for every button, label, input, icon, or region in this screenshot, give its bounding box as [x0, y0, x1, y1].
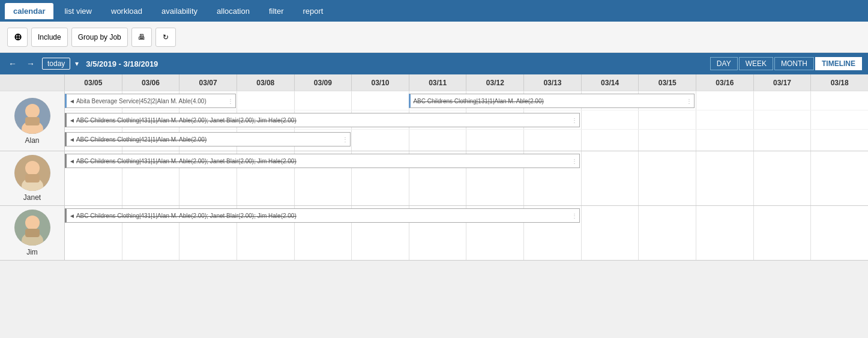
top-nav: calendarlist viewworkloadavailabilityall…: [0, 0, 868, 22]
app-container: calendarlist viewworkloadavailabilityall…: [0, 0, 868, 261]
include-button[interactable]: Include: [31, 28, 68, 47]
jim-event-row-0: ◄ ABC Childrens Clothing|431|1|Alan M. A…: [65, 206, 868, 225]
svg-rect-11: [25, 229, 40, 237]
janet-event-row-0: ◄ ABC Childrens Clothing|431|1|Alan M. A…: [65, 151, 868, 171]
drag-handle-2: ⋮: [571, 117, 577, 124]
nav-tab-report[interactable]: report: [295, 3, 332, 19]
prev-arrow[interactable]: ←: [6, 58, 19, 70]
events-janet: ◄ ABC Childrens Clothing|431|1|Alan M. A…: [65, 151, 868, 205]
alan-event-row-1: ◄ ABC Childrens Clothing|431|1|Alan M. A…: [65, 110, 868, 130]
next-arrow[interactable]: →: [24, 58, 37, 70]
add-button[interactable]: ⊕: [7, 28, 28, 47]
spacer: [0, 74, 65, 91]
nav-tab-allocation[interactable]: allocation: [208, 3, 258, 19]
person-name-jim: Jim: [26, 248, 38, 256]
date-cell-9: 03/14: [582, 74, 639, 91]
date-cell-10: 03/15: [639, 74, 696, 91]
add-icon: ⊕: [14, 31, 22, 43]
group-by-job-button[interactable]: Group by Job: [71, 28, 128, 47]
svg-point-5: [25, 161, 40, 175]
avatar-janet: [14, 155, 50, 191]
dropdown-icon[interactable]: ▾: [75, 59, 79, 68]
nav-tab-availability[interactable]: availability: [153, 3, 206, 19]
date-cell-8: 03/13: [524, 74, 582, 91]
date-range: 3/5/2019 - 3/18/2019: [86, 59, 158, 68]
date-cell-11: 03/16: [696, 74, 754, 91]
refresh-button[interactable]: ↻: [155, 28, 176, 47]
nav-tab-calendar[interactable]: calendar: [5, 3, 53, 19]
alan-event-row-0: ◄ Abita Beverage Service|452|2|Alan M. A…: [65, 91, 868, 110]
person-row-alan: Alan ◄ A: [0, 91, 868, 151]
date-cell-0: 03/05: [65, 74, 122, 91]
alan-event-2-text: ABC Childrens Clothing|431|1|Alan M. Abl…: [76, 117, 297, 124]
drag-handle-3: ⋮: [342, 136, 348, 143]
person-row-jim: Jim ◄ ABC Childrens Clothing|431|1|Alan …: [0, 206, 868, 261]
events-jim: ◄ ABC Childrens Clothing|431|1|Alan M. A…: [65, 206, 868, 260]
toolbar: ⊕ Include Group by Job 🖶 ↻: [0, 22, 868, 53]
view-day-button[interactable]: DAY: [710, 57, 738, 70]
date-cell-13: 03/18: [811, 74, 868, 91]
events-alan: ◄ Abita Beverage Service|452|2|Alan M. A…: [65, 91, 868, 151]
date-cell-12: 03/17: [754, 74, 812, 91]
alan-event-3-text: ABC Childrens Clothing|421|1|Alan M. Abl…: [76, 136, 206, 143]
person-name-janet: Janet: [23, 193, 41, 202]
include-label: Include: [38, 33, 61, 41]
drag-handle: ⋮: [228, 98, 234, 104]
svg-rect-7: [25, 174, 40, 183]
left-arrow-icon-jim: ◄: [69, 213, 75, 219]
jim-event-0[interactable]: ◄ ABC Childrens Clothing|431|1|Alan M. A…: [65, 208, 580, 223]
person-name-alan: Alan: [25, 136, 39, 145]
person-col-janet: Janet: [0, 151, 65, 205]
date-cell-3: 03/08: [237, 74, 295, 91]
drag-handle-jim: ⋮: [571, 213, 577, 219]
date-cell-1: 03/06: [122, 74, 180, 91]
person-row-janet: Janet ◄ ABC Childrens Clothing|431|1|Ala…: [0, 151, 868, 206]
left-arrow-icon-janet: ◄: [69, 158, 75, 164]
janet-event-0[interactable]: ◄ ABC Childrens Clothing|431|1|Alan M. A…: [65, 154, 580, 168]
calendar-section: ← → today ▾ 3/5/2019 - 3/18/2019 DAY WEE…: [0, 53, 868, 261]
view-week-button[interactable]: WEEK: [739, 57, 773, 70]
nav-tab-filter[interactable]: filter: [261, 3, 292, 19]
nav-tab-workload[interactable]: workload: [103, 3, 151, 19]
left-arrow-icon-3: ◄: [69, 136, 75, 143]
avatar-alan: [14, 98, 50, 134]
drag-handle-janet: ⋮: [571, 158, 577, 164]
print-button[interactable]: 🖶: [131, 28, 152, 47]
view-buttons: DAY WEEK MONTH TIMELINE: [710, 57, 862, 70]
calendar-header-bar: ← → today ▾ 3/5/2019 - 3/18/2019 DAY WEE…: [0, 53, 868, 74]
print-icon: 🖶: [138, 33, 145, 41]
alan-event-0-text: Abita Beverage Service|452|2|Alan M. Abl…: [76, 98, 206, 104]
svg-rect-3: [25, 117, 40, 125]
avatar-jim: [14, 210, 50, 246]
left-arrow-icon: ◄: [69, 98, 75, 104]
svg-point-1: [25, 104, 40, 118]
alan-event-0[interactable]: ◄ Abita Beverage Service|452|2|Alan M. A…: [65, 94, 236, 108]
view-timeline-button[interactable]: TIMELINE: [815, 57, 862, 70]
date-cell-5: 03/10: [352, 74, 409, 91]
jim-event-0-text: ABC Childrens Clothing|431|1|Alan M. Abl…: [76, 213, 297, 219]
date-cell-4: 03/09: [295, 74, 352, 91]
date-cell-2: 03/07: [179, 74, 237, 91]
today-button[interactable]: today: [42, 58, 70, 70]
nav-tab-list-view[interactable]: list view: [56, 3, 100, 19]
date-header-row: 03/05 03/06 03/07 03/08 03/09 03/10 03/1…: [0, 74, 868, 91]
person-col-jim: Jim: [0, 206, 65, 260]
drag-handle-1: ⋮: [686, 98, 692, 104]
janet-event-0-text: ABC Childrens Clothing|431|1|Alan M. Abl…: [76, 158, 297, 164]
left-arrow-icon-2: ◄: [69, 117, 75, 124]
person-col-alan: Alan: [0, 91, 65, 151]
alan-event-1[interactable]: ABC Childrens Clothing|131|1|Alan M. Abl…: [409, 94, 695, 108]
date-cell-6: 03/11: [409, 74, 467, 91]
refresh-icon: ↻: [163, 33, 169, 41]
calendar-grid: 03/05 03/06 03/07 03/08 03/09 03/10 03/1…: [0, 74, 868, 261]
alan-event-1-text: ABC Childrens Clothing|131|1|Alan M. Abl…: [413, 98, 543, 104]
svg-point-9: [25, 216, 40, 230]
alan-event-2[interactable]: ◄ ABC Childrens Clothing|431|1|Alan M. A…: [65, 113, 580, 127]
alan-event-row-2: ◄ ABC Childrens Clothing|421|1|Alan M. A…: [65, 130, 868, 149]
alan-event-3[interactable]: ◄ ABC Childrens Clothing|421|1|Alan M. A…: [65, 132, 351, 146]
group-by-job-label: Group by Job: [78, 33, 121, 41]
view-month-button[interactable]: MONTH: [774, 57, 814, 70]
date-cell-7: 03/12: [466, 74, 524, 91]
